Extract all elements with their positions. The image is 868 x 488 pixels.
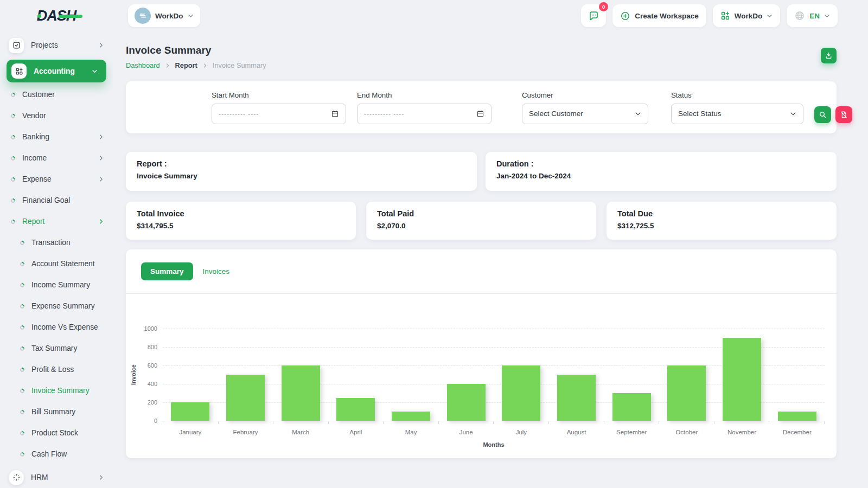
chevron-down-icon: [790, 111, 796, 117]
messages-button[interactable]: 0: [581, 4, 606, 27]
status-select[interactable]: Select Status: [671, 104, 803, 124]
sidebar-item-transaction[interactable]: Transaction: [0, 232, 113, 253]
page-title: Invoice Summary: [126, 44, 266, 56]
x-tick: [219, 421, 274, 424]
bar-january[interactable]: [171, 402, 209, 421]
sidebar-item-profit-loss[interactable]: Profit & Loss: [0, 359, 113, 380]
workspace-name: WorkDo: [155, 12, 183, 20]
apply-filter-button[interactable]: [814, 106, 831, 123]
bar-slot-september: [604, 329, 659, 421]
globe-icon: [794, 10, 805, 21]
sidebar-item-product-stock[interactable]: Product Stock: [0, 422, 113, 444]
y-tick-600: 600: [148, 362, 157, 369]
end-month-input[interactable]: ---------- ----: [357, 104, 492, 124]
end-month-placeholder: ---------- ----: [364, 110, 404, 118]
tab-summary[interactable]: Summary: [141, 262, 193, 280]
bar-february[interactable]: [226, 375, 265, 421]
sidebar-item-tax-summary[interactable]: Tax Summary: [0, 338, 113, 359]
sidebar-item-label: Income Summary: [31, 281, 104, 289]
sidebar-item-accounting[interactable]: Accounting: [7, 60, 106, 82]
dash-logo[interactable]: DASH: [37, 8, 76, 24]
account-menu[interactable]: WorkDo: [713, 4, 781, 27]
sidebar-item-income[interactable]: Income: [0, 147, 113, 169]
x-tick: [494, 421, 549, 424]
bar-july[interactable]: [502, 365, 540, 421]
bar-slot-december: [769, 329, 825, 421]
hrm-icon: [9, 470, 24, 485]
main-content: Invoice Summary Dashboard Report Invoice…: [113, 31, 868, 488]
duration-label: Duration :: [496, 159, 826, 168]
sidebar-item-vendor[interactable]: Vendor: [0, 105, 113, 126]
bar-october[interactable]: [667, 365, 706, 421]
create-workspace-button[interactable]: Create Workspace: [612, 4, 706, 27]
language-code: EN: [809, 12, 820, 20]
bullet-icon: [10, 92, 16, 98]
bar-june[interactable]: [447, 384, 486, 421]
circle-plus-icon: [620, 11, 630, 21]
sidebar-item-label: Banking: [22, 133, 98, 141]
bar-november[interactable]: [723, 338, 761, 421]
language-selector[interactable]: EN: [787, 4, 838, 27]
reset-filter-button[interactable]: [835, 106, 852, 123]
bar-september[interactable]: [612, 393, 651, 421]
checkbox-icon: [9, 38, 24, 53]
start-month-label: Start Month: [212, 91, 346, 99]
breadcrumb-dashboard[interactable]: Dashboard: [126, 61, 160, 69]
sidebar-item-expense[interactable]: Expense: [0, 169, 113, 190]
chevron-down-icon: [635, 111, 641, 117]
total-due-card: Total Due $312,725.5: [607, 202, 837, 240]
customer-select[interactable]: Select Customer: [522, 104, 648, 124]
chevron-right-icon: [98, 176, 104, 182]
sidebar-item-projects[interactable]: Projects: [0, 33, 113, 58]
y-tick-200: 200: [148, 399, 157, 406]
sidebar-item-income-summary[interactable]: Income Summary: [0, 274, 113, 296]
total-paid-label: Total Paid: [377, 209, 585, 218]
tab-invoices[interactable]: Invoices: [203, 267, 230, 275]
bar-slot-february: [218, 329, 273, 421]
x-axis-title: Months: [163, 441, 825, 448]
workspace-switcher[interactable]: WorkDo: [128, 4, 200, 27]
sidebar-item-hrm[interactable]: HRM: [0, 465, 113, 488]
bullet-icon: [10, 176, 16, 182]
start-month-input[interactable]: ---------- ----: [212, 104, 346, 124]
sidebar-item-report[interactable]: Report: [0, 211, 113, 232]
search-icon: [819, 111, 827, 119]
sidebar-item-label: Invoice Summary: [31, 387, 104, 395]
bar-may[interactable]: [392, 412, 430, 421]
sidebar-item-banking[interactable]: Banking: [0, 126, 113, 147]
sidebar-item-account-statement[interactable]: Account Statement: [0, 253, 113, 274]
sidebar-item-expense-summary[interactable]: Expense Summary: [0, 296, 113, 317]
building-icon: [138, 11, 148, 21]
y-tick-1000: 1000: [144, 325, 157, 332]
workspace-avatar: [135, 8, 151, 24]
x-label-october: October: [659, 429, 714, 435]
sidebar-item-income-vs-expense[interactable]: Income Vs Expense: [0, 317, 113, 338]
y-tick-400: 400: [148, 381, 157, 387]
calendar-icon: [331, 110, 339, 118]
sidebar-item-customer[interactable]: Customer: [0, 84, 113, 105]
breadcrumb-current: Invoice Summary: [213, 61, 266, 69]
breadcrumb-report[interactable]: Report: [175, 61, 197, 69]
chevron-down-icon: [92, 68, 98, 74]
sidebar-item-label: Cash Flow: [31, 450, 104, 458]
sidebar-item-label: Expense Summary: [31, 302, 104, 310]
x-tick: [769, 421, 825, 424]
sidebar-item-invoice-summary[interactable]: Invoice Summary: [0, 380, 113, 401]
bullet-icon: [10, 134, 16, 140]
sidebar-item-label: Income Vs Expense: [31, 323, 104, 331]
chart-bars: [163, 329, 825, 421]
status-label: Status: [671, 91, 803, 99]
chevron-right-icon: [98, 134, 104, 140]
sidebar-item-bill-summary[interactable]: Bill Summary: [0, 401, 113, 422]
bar-slot-august: [549, 329, 604, 421]
bar-august[interactable]: [557, 375, 596, 421]
sidebar-item-cash-flow[interactable]: Cash Flow: [0, 444, 113, 465]
x-label-april: April: [328, 429, 384, 435]
download-button[interactable]: [821, 48, 837, 63]
sidebar-item-financial-goal[interactable]: Financial Goal: [0, 190, 113, 211]
bar-april[interactable]: [336, 398, 375, 421]
bar-march[interactable]: [282, 365, 320, 421]
x-label-december: December: [769, 429, 825, 435]
sidebar-item-label: Report: [22, 217, 98, 226]
bar-december[interactable]: [778, 412, 816, 421]
